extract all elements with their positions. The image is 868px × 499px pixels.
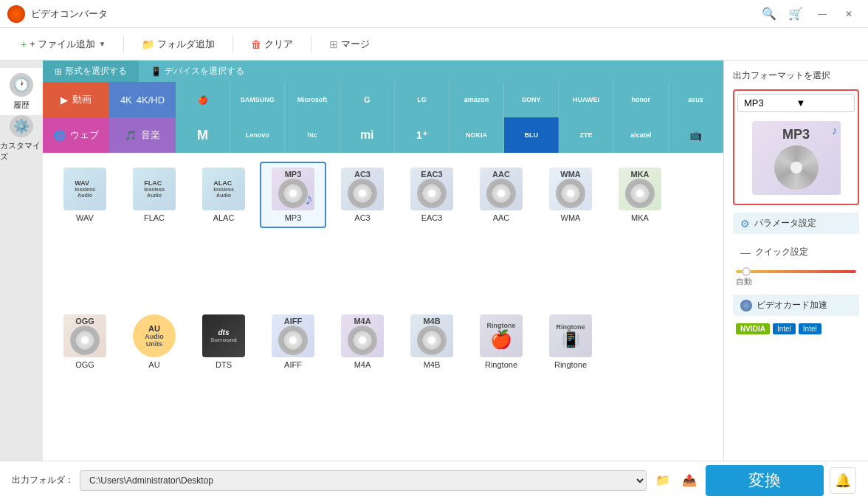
brand-lenovo[interactable]: Lenovo xyxy=(230,117,285,153)
dropdown-arrow-icon[interactable]: ▼ xyxy=(98,40,106,48)
brand-alcatel[interactable]: alcatel xyxy=(614,117,669,153)
ac3-icon: AC3 xyxy=(341,168,384,210)
right-panel: 出力フォーマットを選択 MP3 ▼ MP3 ♪ ⚙ パラメータ設定 xyxy=(723,61,868,461)
m4b-label: M4B xyxy=(424,360,441,369)
brand-apple[interactable]: 🍎 xyxy=(176,82,230,117)
accel-button[interactable]: ビデオカード加速 xyxy=(733,295,859,316)
brand-amazon[interactable]: amazon xyxy=(450,82,504,117)
category-audio[interactable]: 🎵 音楽 xyxy=(109,117,176,153)
format-mp3[interactable]: MP3 ♪ MP3 xyxy=(260,162,326,228)
format-au[interactable]: AU AudioUnits AU xyxy=(121,309,187,375)
param-settings-button[interactable]: ⚙ パラメータ設定 xyxy=(733,213,859,234)
format-wma[interactable]: WMA WMA xyxy=(537,162,604,228)
format-wav[interactable]: WAVlosslessAudio WAV xyxy=(52,162,118,228)
m4b-icon: M4B xyxy=(410,314,453,357)
format-eac3[interactable]: EAC3 EAC3 xyxy=(399,162,465,228)
dropdown-arrow: ▼ xyxy=(796,97,849,109)
wav-icon: WAVlosslessAudio xyxy=(63,168,106,210)
brand-htc[interactable]: htc xyxy=(285,117,340,153)
format-m4b[interactable]: M4B M4B xyxy=(399,309,465,375)
brand-google[interactable]: G xyxy=(340,82,395,117)
cart-icon[interactable]: 🛒 xyxy=(784,5,807,23)
brand-microsoft[interactable]: Microsoft xyxy=(285,82,340,117)
plus-icon: + xyxy=(21,38,27,50)
web-icon: 🌐 xyxy=(54,130,66,141)
category-web[interactable]: 🌐 ウェブ xyxy=(43,117,109,153)
format-aac[interactable]: AAC AAC xyxy=(468,162,534,228)
merge-label: マージ xyxy=(341,38,370,51)
format-grid: WAVlosslessAudio WAV FLAClosslessAudio F… xyxy=(43,153,723,461)
brand-oneplus[interactable]: 1⁺ xyxy=(395,117,450,153)
category-hd[interactable]: 4K 4K/HD xyxy=(109,82,176,117)
close-button[interactable]: ✕ xyxy=(837,5,861,23)
quality-slider-thumb[interactable] xyxy=(742,267,751,276)
brand-rows: ▶ 動画 4K 4K/HD 🍎 SAMSUNG Microsoft G LG a… xyxy=(43,82,723,153)
quick-settings-button[interactable]: — クイック設定 xyxy=(733,241,859,263)
ringtone-apple-icon: Ringtone 🍎 xyxy=(480,314,523,357)
brand-blu[interactable]: BLU xyxy=(504,117,559,153)
bottom-bar: 出力フォルダ： C:\Users\Administrator\Desktop 📁… xyxy=(0,461,868,499)
format-ringtone-apple[interactable]: Ringtone 🍎 Ringtone xyxy=(468,309,534,375)
format-aiff[interactable]: AIFF AIFF xyxy=(260,309,326,375)
format-dropdown[interactable]: MP3 ▼ xyxy=(737,94,855,112)
ringtone-android-label: Ringtone xyxy=(554,360,587,369)
brand-sony[interactable]: SONY xyxy=(504,82,559,117)
titlebar-controls: 🔍 🛒 — ✕ xyxy=(757,5,861,23)
gpu-badges: NVIDIA Intel Intel xyxy=(733,323,859,334)
wma-label: WMA xyxy=(561,213,581,222)
au-label: AU xyxy=(148,360,159,369)
brand-lg[interactable]: LG xyxy=(395,82,450,117)
quality-slider-track[interactable] xyxy=(736,270,856,273)
format-ogg[interactable]: OGG OGG xyxy=(52,309,118,375)
format-mka[interactable]: MKA MKA xyxy=(607,162,673,228)
clear-button[interactable]: 🗑 クリア xyxy=(242,33,302,55)
tab-device[interactable]: 📱 デバイスを選択する xyxy=(139,61,256,82)
cd-preview xyxy=(774,145,819,190)
format-tab-label: 形式を選択する xyxy=(65,65,127,78)
open-folder-button[interactable]: 📁 xyxy=(652,470,673,491)
au-icon: AU AudioUnits xyxy=(133,314,176,357)
audio-label: 音楽 xyxy=(141,128,160,142)
search-icon[interactable]: 🔍 xyxy=(757,5,781,23)
format-alac[interactable]: ALAClosslessAudio ALAC xyxy=(190,162,257,228)
alarm-button[interactable]: 🔔 xyxy=(830,467,856,494)
format-area: ⊞ 形式を選択する 📱 デバイスを選択する ▶ 動画 4K xyxy=(43,61,723,461)
minimize-button[interactable]: — xyxy=(810,5,834,23)
output-path-select[interactable]: C:\Users\Administrator\Desktop xyxy=(80,470,647,491)
brand-tv[interactable]: 📺 xyxy=(669,117,723,153)
add-folder-button[interactable]: 📁 フォルダ追加 xyxy=(133,33,224,55)
tab-format[interactable]: ⊞ 形式を選択する xyxy=(43,61,139,82)
upload-button[interactable]: 📤 xyxy=(679,470,700,491)
brand-honor[interactable]: honor xyxy=(614,82,669,117)
accel-icon xyxy=(740,300,752,312)
convert-button[interactable]: 変換 xyxy=(706,465,824,496)
brand-samsung[interactable]: SAMSUNG xyxy=(230,82,285,117)
category-video[interactable]: ▶ 動画 xyxy=(43,82,109,117)
add-file-button[interactable]: + + ファイル追加 ▼ xyxy=(12,33,114,55)
format-flac[interactable]: FLAClosslessAudio FLAC xyxy=(121,162,187,228)
format-dts[interactable]: dts Surround DTS xyxy=(190,309,257,375)
alac-icon: ALAClosslessAudio xyxy=(202,168,245,210)
sidebar-item-customize[interactable]: ⚙️ カスタマイズ xyxy=(0,115,43,162)
history-icon: 🕐 xyxy=(10,73,33,97)
brand-asus[interactable]: asus xyxy=(669,82,723,117)
accel-label: ビデオカード加速 xyxy=(757,299,827,312)
aac-label: AAC xyxy=(493,213,510,222)
brand-huawei[interactable]: HUAWEI xyxy=(559,82,613,117)
format-tab-icon: ⊞ xyxy=(55,66,62,77)
merge-icon: ⊞ xyxy=(329,38,338,50)
format-select-box: MP3 ▼ MP3 ♪ xyxy=(733,89,859,205)
brand-list-1: 🍎 SAMSUNG Microsoft G LG amazon SONY HUA… xyxy=(176,82,723,117)
merge-button[interactable]: ⊞ マージ xyxy=(320,33,379,55)
intel-badge: Intel xyxy=(773,323,796,334)
brand-xiaomi[interactable]: mi xyxy=(340,117,395,153)
format-ringtone-android[interactable]: Ringtone 📳 Ringtone xyxy=(537,309,604,375)
brand-nokia[interactable]: NOKIA xyxy=(450,117,504,153)
sidebar-item-history[interactable]: 🕐 履歴 xyxy=(0,68,43,115)
format-ac3[interactable]: AC3 AC3 xyxy=(329,162,396,228)
brand-zte[interactable]: ZTE xyxy=(559,117,613,153)
app-icon xyxy=(7,5,25,23)
note-badge: ♪ xyxy=(832,124,838,137)
brand-motorola[interactable]: M xyxy=(176,117,230,153)
format-m4a[interactable]: M4A M4A xyxy=(329,309,396,375)
